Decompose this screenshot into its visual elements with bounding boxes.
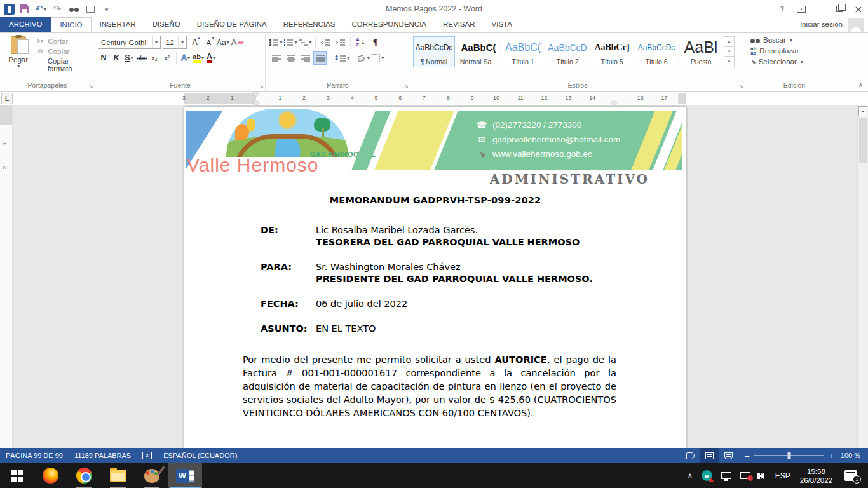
cut-button[interactable]: ✂Cortar xyxy=(35,37,93,46)
show-marks-button[interactable]: ¶ xyxy=(369,36,382,49)
font-name-dropdown-icon[interactable]: ▾ xyxy=(152,36,160,48)
tray-antivirus[interactable]: e xyxy=(697,463,717,488)
tab-correspondencia[interactable]: CORRESPONDENCIA xyxy=(343,17,435,32)
style-item-t-tulo-1[interactable]: AaBbC(Título 1 xyxy=(502,36,544,67)
tray-expand-chevron[interactable]: ∧ xyxy=(683,463,697,488)
style-item-t-tulo-6[interactable]: AaBbCcDcTítulo 6 xyxy=(635,36,677,67)
sort-button[interactable]: AZ ↓ xyxy=(354,36,367,49)
font-size-dropdown-icon[interactable]: ▾ xyxy=(178,36,186,48)
fuente-dialog-launcher[interactable]: ↘ xyxy=(259,83,264,89)
help-button[interactable]: ? xyxy=(773,0,792,18)
numbered-list-button[interactable]: ▾ xyxy=(284,36,297,49)
taskbar-file-explorer[interactable] xyxy=(101,463,135,488)
tab-diseño-de-página[interactable]: DISEÑO DE PÁGINA xyxy=(189,17,275,32)
taskbar-word[interactable]: W xyxy=(168,463,202,488)
multilevel-list-button[interactable]: ▾ xyxy=(299,36,312,49)
change-case-button[interactable]: Aa▾ xyxy=(217,36,229,49)
sign-in-link[interactable]: Iniciar sesión xyxy=(800,20,843,28)
collapse-ribbon-button[interactable]: ∧ xyxy=(858,81,863,88)
zoom-in-button[interactable]: + xyxy=(829,451,834,461)
paste-dropdown-icon[interactable]: ▾ xyxy=(17,64,20,69)
tab-archivo[interactable]: ARCHIVO xyxy=(0,17,51,32)
shading-button[interactable]: ▾ xyxy=(356,51,370,65)
align-left-button[interactable] xyxy=(269,51,283,65)
taskbar-firefox[interactable] xyxy=(34,463,67,488)
web-layout-view-button[interactable] xyxy=(719,448,738,463)
document-area[interactable]: 1 2 GAD PARROQUIAL Valle Hermoso xyxy=(0,105,868,448)
taskbar-paint[interactable] xyxy=(135,463,168,488)
tab-insertar[interactable]: INSERTAR xyxy=(92,17,144,32)
tray-network[interactable] xyxy=(717,463,736,488)
font-color-button[interactable]: A▾ xyxy=(205,51,217,64)
style-item-t-tulo-5[interactable]: AaBbCc]Título 5 xyxy=(591,36,633,67)
copy-button[interactable]: ⧉Copiar xyxy=(35,48,93,55)
tab-referencias[interactable]: REFERENCIAS xyxy=(275,17,344,32)
subscript-button[interactable]: x₂ xyxy=(149,51,160,64)
scroll-up-button[interactable]: ▴ xyxy=(858,106,867,116)
styles-scroll-down[interactable]: ▾ xyxy=(724,47,734,57)
borders-button[interactable]: ▾ xyxy=(371,51,384,65)
close-button[interactable]: × xyxy=(849,0,868,18)
page-indicator[interactable]: PÁGINA 99 DE 99 xyxy=(0,448,69,463)
zoom-slider[interactable] xyxy=(754,455,824,456)
undo-button[interactable]: ↶▾ xyxy=(34,2,48,16)
format-painter-button[interactable]: Copiar formato xyxy=(35,57,93,72)
first-line-indent-marker[interactable] xyxy=(253,93,259,97)
clear-formatting-button[interactable]: A xyxy=(231,36,243,49)
taskbar-chrome[interactable] xyxy=(67,463,101,488)
save-button[interactable] xyxy=(17,2,31,16)
style-item-puesto[interactable]: AaBlPuesto xyxy=(680,36,722,67)
font-size-combo[interactable]: 12▾ xyxy=(163,36,187,49)
action-center-button[interactable]: 1 xyxy=(837,463,868,488)
tab-inicio[interactable]: INICIO xyxy=(51,17,91,32)
bold-button[interactable]: N xyxy=(98,51,109,64)
grow-font-button[interactable]: A▴ xyxy=(189,36,201,49)
word-count[interactable]: 11189 PALABRAS xyxy=(69,448,137,463)
document-page[interactable]: GAD PARROQUIAL Valle Hermoso ☎(02)277322… xyxy=(184,107,686,448)
vertical-ruler[interactable]: 1 2 xyxy=(0,105,13,448)
align-right-button[interactable] xyxy=(299,51,312,65)
tray-language[interactable]: ESP xyxy=(771,463,795,488)
align-center-button[interactable] xyxy=(284,51,297,65)
zoom-slider-thumb[interactable] xyxy=(788,452,791,459)
vertical-scrollbar[interactable]: ▴ xyxy=(857,105,868,448)
restore-button[interactable] xyxy=(830,0,849,18)
bullet-list-button[interactable]: ▾ xyxy=(269,36,283,49)
parrafo-dialog-launcher[interactable]: ↘ xyxy=(403,83,409,89)
tab-diseño[interactable]: DISEÑO xyxy=(144,17,189,32)
right-indent-marker[interactable] xyxy=(611,100,617,104)
strikethrough-button[interactable]: abc xyxy=(136,51,147,64)
style-item--normal[interactable]: AaBbCcDc¶ Normal xyxy=(413,36,455,67)
scrollbar-thumb[interactable] xyxy=(859,118,867,163)
zoom-out-button[interactable]: – xyxy=(745,451,749,461)
font-name-combo[interactable]: Century Gothi▾ xyxy=(98,36,161,49)
undo-dropdown-icon[interactable]: ▾ xyxy=(44,6,46,12)
start-button[interactable] xyxy=(0,463,34,488)
tab-vista[interactable]: VISTA xyxy=(484,17,520,32)
underline-button[interactable]: S▾ xyxy=(123,51,135,64)
replace-button[interactable]: abacReemplazar xyxy=(750,46,842,55)
italic-button[interactable]: K xyxy=(111,51,122,64)
left-indent-marker[interactable] xyxy=(253,100,259,104)
style-item-t-tulo-2[interactable]: AaBbCcDTítulo 2 xyxy=(546,36,588,67)
decrease-indent-button[interactable] xyxy=(319,36,332,49)
read-mode-view-button[interactable] xyxy=(681,448,700,463)
avatar[interactable] xyxy=(848,18,864,32)
text-effects-button[interactable]: A▾ xyxy=(180,51,191,64)
estilos-dialog-launcher[interactable]: ↘ xyxy=(738,83,743,89)
zoom-percentage[interactable]: 100 % xyxy=(841,452,868,459)
print-layout-view-button[interactable] xyxy=(700,448,719,463)
horizontal-ruler[interactable]: 32112345678910111213141617 xyxy=(184,93,686,104)
tab-revisar[interactable]: REVISAR xyxy=(435,17,484,32)
shrink-font-button[interactable]: A▾ xyxy=(203,36,215,49)
styles-scroll-up[interactable]: ▴ xyxy=(724,37,734,47)
redo-button[interactable]: ↷ xyxy=(50,2,64,16)
tray-security[interactable]: ! xyxy=(736,463,755,488)
select-button[interactable]: ►Seleccionar▾ xyxy=(750,58,842,65)
superscript-button[interactable]: x² xyxy=(161,51,173,64)
increase-indent-button[interactable] xyxy=(334,36,347,49)
proofing-status[interactable]: ✗ xyxy=(137,448,158,463)
ribbon-display-options-button[interactable]: ▴ xyxy=(792,0,811,18)
highlight-button[interactable]: ab▾ xyxy=(193,51,204,64)
print-preview-button[interactable] xyxy=(83,2,97,16)
